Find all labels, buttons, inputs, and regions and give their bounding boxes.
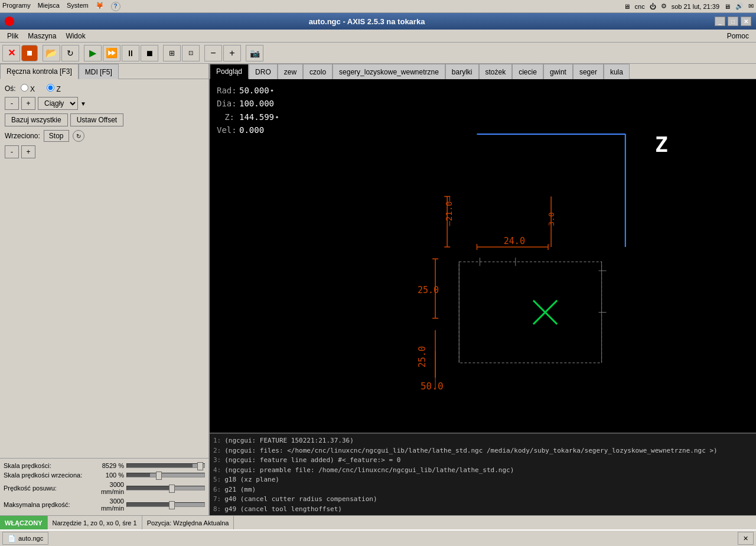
tab-czolo[interactable]: czolo	[303, 64, 333, 79]
jog-minus-button[interactable]: -	[5, 97, 19, 110]
slider-value-1: 100 %	[92, 472, 124, 479]
tab-podglad[interactable]: Podgląd	[210, 64, 249, 79]
body-area: Ręczna kontrola [F3] MDI [F5] Oś: X	[0, 64, 756, 515]
tab-barylki[interactable]: barylki	[445, 64, 479, 79]
slider-fill-0	[127, 464, 193, 467]
mail-icon[interactable]: ✉	[748, 2, 754, 10]
slider-track-0[interactable]	[126, 463, 205, 468]
tab-gwint[interactable]: gwint	[543, 64, 573, 79]
slider-fill-2	[127, 486, 174, 490]
programs-menu[interactable]: Programy	[2, 2, 31, 11]
reload-button[interactable]: ↻	[61, 45, 79, 61]
plus-button[interactable]: +	[223, 45, 241, 61]
run-button[interactable]: ▶	[84, 45, 102, 61]
slider-fill-3	[127, 503, 174, 506]
stop-button[interactable]: Stop	[44, 130, 69, 142]
position-info: Pozycja: Względna Aktualna	[142, 516, 234, 529]
slider-track-1[interactable]	[126, 473, 205, 477]
tab-seger[interactable]: seger	[573, 64, 604, 79]
svg-text:25.0: 25.0	[418, 285, 439, 295]
maximize-button[interactable]: □	[728, 17, 738, 26]
settings-icon[interactable]: ⚙	[661, 2, 667, 10]
slider-label-3: Maksymalna prędkość:	[4, 501, 89, 508]
slider-value-2: 3000 mm/min	[92, 481, 124, 495]
spindle-plus-button[interactable]: +	[21, 145, 35, 158]
title-bar: auto.ngc - AXIS 2.5.3 na tokarka _ □ ✕	[0, 13, 756, 30]
cnc-network-icon: 🖥	[624, 3, 630, 10]
firefox-icon[interactable]: 🦊	[96, 2, 104, 11]
machine-state: WŁĄCZONY	[0, 516, 48, 529]
axis-radio-group: X Z	[21, 84, 66, 93]
slider-value-0: 8529 %	[92, 462, 124, 469]
slider-fill-1	[127, 473, 150, 477]
status-bar: WŁĄCZONY Narzędzie 1, zo 0, xo 0, śre 1 …	[0, 515, 756, 529]
tab-reczna[interactable]: Ręczna kontrola [F3]	[0, 64, 79, 79]
tab-segery[interactable]: segery_lozyskowe_wewnetrzne	[333, 64, 445, 79]
slider-thumb-1[interactable]	[156, 472, 162, 480]
axis-z-radio[interactable]	[47, 84, 54, 92]
jog-plus-button[interactable]: +	[21, 97, 35, 110]
minus-button[interactable]: −	[204, 45, 222, 61]
log-area[interactable]: 1:(ngcgui: FEATURE 150221:21.37.36) 2:(n…	[210, 433, 756, 515]
svg-text:50.0: 50.0	[421, 381, 444, 392]
taskbar-close-button[interactable]: ✕	[738, 532, 754, 545]
slider-thumb-2[interactable]	[169, 485, 175, 493]
tab-zew[interactable]: zew	[278, 64, 303, 79]
volume-icon[interactable]: 🔊	[735, 2, 744, 10]
open-file-button[interactable]: 📂	[43, 45, 60, 61]
right-area: Podgląd DRO zew czolo segery_lozyskowe_w…	[210, 64, 756, 515]
system-menu[interactable]: System	[67, 2, 89, 11]
taskbar-file-button[interactable]: 📄 auto.ngc	[2, 532, 48, 545]
left-panel: Ręczna kontrola [F3] MDI [F5] Oś: X	[0, 64, 210, 515]
slider-thumb-3[interactable]	[169, 501, 175, 509]
estop-button[interactable]: ✕	[2, 45, 20, 61]
cnc-label: cnc	[635, 3, 645, 10]
top-system-bar: Programy Miejsca System 🦊 ? 🖥 cnc ⏻ ⚙ so…	[0, 0, 756, 13]
step-button[interactable]: ⏩	[103, 45, 120, 61]
spindle-minus-button[interactable]: -	[5, 145, 19, 158]
os-row: Oś: X Z	[5, 84, 204, 93]
axis-x-radio[interactable]	[21, 84, 28, 92]
slider-value-3: 3000 mm/min	[92, 498, 124, 512]
bazuj-wszystkie-button[interactable]: Bazuj wszystkie	[5, 113, 68, 126]
viewport[interactable]: Rad: 50.000 Dia: 100.000 Z: 144.599 Vel:…	[210, 79, 756, 433]
toolpath-svg: Z —21.0— 24.0 3.0	[210, 79, 756, 433]
log-line-5: 6:g21 (mm)	[213, 485, 752, 495]
log-line-1: 2:(ngcgui: files: </home/cnc/linuxcnc/ng…	[213, 446, 752, 456]
minimize-button[interactable]: _	[715, 17, 725, 26]
sys-right: 🖥 cnc ⏻ ⚙ sob 21 lut, 21:39 🖥 🔊 ✉	[624, 2, 754, 10]
menu-bar: Plik Maszyna Widok Pomoc	[0, 30, 756, 43]
close-button[interactable]: ✕	[741, 17, 751, 26]
camera-button[interactable]: 📷	[246, 45, 263, 61]
file-menu[interactable]: Plik	[2, 31, 23, 41]
spindle-speed-row: - +	[5, 145, 204, 158]
svg-rect-21	[459, 262, 601, 363]
help-menu[interactable]: Pomoc	[722, 31, 754, 41]
pause-button[interactable]: ⏹	[21, 45, 38, 61]
spindle-icon[interactable]: ↻	[73, 130, 84, 142]
tab-mdi[interactable]: MDI [F5]	[79, 64, 119, 79]
touch-off-g59-button[interactable]: ⊡	[182, 45, 200, 61]
view-menu[interactable]: Widok	[61, 31, 90, 41]
tab-dro[interactable]: DRO	[249, 64, 278, 79]
monitor-icon: 🖥	[724, 3, 731, 10]
slider-track-2[interactable]	[126, 486, 205, 490]
machine-menu[interactable]: Maszyna	[23, 31, 61, 41]
app-logo	[5, 17, 14, 26]
log-line-2: 3:(ngcgui: feature line added) #<_featur…	[213, 456, 752, 466]
ustaw-offset-button[interactable]: Ustaw Offset	[70, 113, 123, 126]
slider-track-3[interactable]	[126, 502, 205, 507]
window-controls: _ □ ✕	[715, 17, 751, 26]
tab-stozek[interactable]: stożek	[479, 64, 513, 79]
datetime: sob 21 lut, 21:39	[672, 3, 719, 10]
tab-kula[interactable]: kula	[604, 64, 630, 79]
jog-mode-select[interactable]: Ciągły	[38, 97, 78, 110]
pause-run-button[interactable]: ⏸	[122, 45, 139, 61]
places-menu[interactable]: Miejsca	[38, 2, 60, 11]
axis-x-label: X	[21, 84, 35, 93]
touch-off-button[interactable]: ⊞	[163, 45, 181, 61]
stop-run-button[interactable]: ⏹	[141, 45, 158, 61]
tab-ciecie[interactable]: ciecie	[512, 64, 543, 79]
slider-thumb-0[interactable]	[197, 462, 203, 470]
help-icon[interactable]: ?	[111, 2, 120, 11]
